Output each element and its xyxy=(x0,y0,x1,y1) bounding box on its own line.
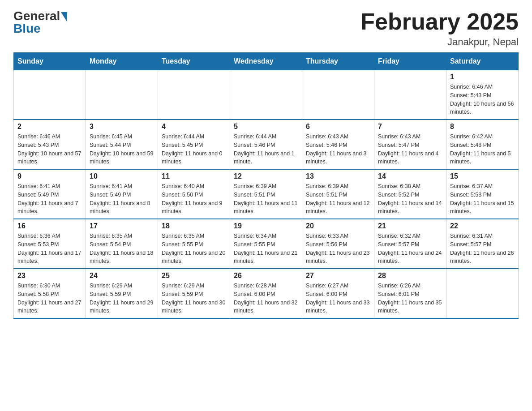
day-cell xyxy=(446,269,519,318)
day-cell xyxy=(374,70,446,120)
day-cell: 17Sunrise: 6:35 AM Sunset: 5:54 PM Dayli… xyxy=(86,219,158,269)
day-info: Sunrise: 6:45 AM Sunset: 5:44 PM Dayligh… xyxy=(90,133,154,166)
day-number: 1 xyxy=(450,73,515,81)
day-info: Sunrise: 6:42 AM Sunset: 5:48 PM Dayligh… xyxy=(450,133,515,166)
day-cell: 3Sunrise: 6:45 AM Sunset: 5:44 PM Daylig… xyxy=(86,120,158,169)
day-cell xyxy=(302,70,374,120)
day-cell: 21Sunrise: 6:32 AM Sunset: 5:57 PM Dayli… xyxy=(374,219,446,269)
day-info: Sunrise: 6:32 AM Sunset: 5:57 PM Dayligh… xyxy=(378,232,442,265)
day-info: Sunrise: 6:41 AM Sunset: 5:49 PM Dayligh… xyxy=(90,182,154,216)
day-info: Sunrise: 6:39 AM Sunset: 5:51 PM Dayligh… xyxy=(306,182,370,216)
day-cell: 19Sunrise: 6:34 AM Sunset: 5:55 PM Dayli… xyxy=(230,219,302,269)
logo-triangle-icon xyxy=(61,12,67,22)
day-number: 11 xyxy=(162,172,226,180)
month-title: February 2025 xyxy=(360,9,519,34)
day-cell: 20Sunrise: 6:33 AM Sunset: 5:56 PM Dayli… xyxy=(302,219,374,269)
week-row-3: 9Sunrise: 6:41 AM Sunset: 5:49 PM Daylig… xyxy=(14,169,519,219)
day-info: Sunrise: 6:39 AM Sunset: 5:51 PM Dayligh… xyxy=(234,182,298,216)
day-info: Sunrise: 6:46 AM Sunset: 5:43 PM Dayligh… xyxy=(17,133,82,166)
day-info: Sunrise: 6:37 AM Sunset: 5:53 PM Dayligh… xyxy=(450,182,515,216)
day-number: 13 xyxy=(306,172,370,180)
day-number: 24 xyxy=(90,272,154,280)
day-cell: 2Sunrise: 6:46 AM Sunset: 5:43 PM Daylig… xyxy=(14,120,86,169)
calendar-header: SundayMondayTuesdayWednesdayThursdayFrid… xyxy=(14,53,519,70)
day-info: Sunrise: 6:36 AM Sunset: 5:53 PM Dayligh… xyxy=(17,232,82,265)
day-cell: 27Sunrise: 6:27 AM Sunset: 6:00 PM Dayli… xyxy=(302,269,374,318)
day-header-monday: Monday xyxy=(86,53,158,70)
day-cell: 4Sunrise: 6:44 AM Sunset: 5:45 PM Daylig… xyxy=(158,120,230,169)
location-text: Janakpur, Nepal xyxy=(360,36,519,48)
day-cell: 7Sunrise: 6:43 AM Sunset: 5:47 PM Daylig… xyxy=(374,120,446,169)
calendar-table: SundayMondayTuesdayWednesdayThursdayFrid… xyxy=(13,52,519,319)
day-cell: 1Sunrise: 6:46 AM Sunset: 5:43 PM Daylig… xyxy=(446,70,519,120)
day-cell: 11Sunrise: 6:40 AM Sunset: 5:50 PM Dayli… xyxy=(158,169,230,219)
day-cell xyxy=(230,70,302,120)
day-number: 7 xyxy=(378,123,442,131)
day-header-row: SundayMondayTuesdayWednesdayThursdayFrid… xyxy=(14,53,519,70)
day-cell xyxy=(86,70,158,120)
day-header-tuesday: Tuesday xyxy=(158,53,230,70)
day-number: 15 xyxy=(450,172,515,180)
day-info: Sunrise: 6:33 AM Sunset: 5:56 PM Dayligh… xyxy=(306,232,370,265)
day-info: Sunrise: 6:28 AM Sunset: 6:00 PM Dayligh… xyxy=(234,282,298,315)
day-info: Sunrise: 6:44 AM Sunset: 5:45 PM Dayligh… xyxy=(162,133,226,166)
day-number: 21 xyxy=(378,222,442,230)
logo: General Blue xyxy=(13,9,67,36)
day-number: 14 xyxy=(378,172,442,180)
day-info: Sunrise: 6:31 AM Sunset: 5:57 PM Dayligh… xyxy=(450,232,515,265)
day-header-friday: Friday xyxy=(374,53,446,70)
day-number: 2 xyxy=(17,123,82,131)
week-row-5: 23Sunrise: 6:30 AM Sunset: 5:58 PM Dayli… xyxy=(14,269,519,318)
day-number: 27 xyxy=(306,272,370,280)
day-cell: 13Sunrise: 6:39 AM Sunset: 5:51 PM Dayli… xyxy=(302,169,374,219)
calendar-body: 1Sunrise: 6:46 AM Sunset: 5:43 PM Daylig… xyxy=(14,70,519,319)
day-cell: 5Sunrise: 6:44 AM Sunset: 5:46 PM Daylig… xyxy=(230,120,302,169)
day-cell: 15Sunrise: 6:37 AM Sunset: 5:53 PM Dayli… xyxy=(446,169,519,219)
day-info: Sunrise: 6:43 AM Sunset: 5:47 PM Dayligh… xyxy=(378,133,442,166)
day-number: 28 xyxy=(378,272,442,280)
day-cell: 26Sunrise: 6:28 AM Sunset: 6:00 PM Dayli… xyxy=(230,269,302,318)
day-info: Sunrise: 6:35 AM Sunset: 5:54 PM Dayligh… xyxy=(90,232,154,265)
logo-blue-text: Blue xyxy=(13,21,41,36)
day-number: 12 xyxy=(234,172,298,180)
week-row-2: 2Sunrise: 6:46 AM Sunset: 5:43 PM Daylig… xyxy=(14,120,519,169)
day-number: 6 xyxy=(306,123,370,131)
day-cell: 23Sunrise: 6:30 AM Sunset: 5:58 PM Dayli… xyxy=(14,269,86,318)
day-info: Sunrise: 6:29 AM Sunset: 5:59 PM Dayligh… xyxy=(90,282,154,315)
day-info: Sunrise: 6:26 AM Sunset: 6:01 PM Dayligh… xyxy=(378,282,442,315)
day-number: 5 xyxy=(234,123,298,131)
day-info: Sunrise: 6:40 AM Sunset: 5:50 PM Dayligh… xyxy=(162,182,226,216)
day-header-saturday: Saturday xyxy=(446,53,519,70)
day-info: Sunrise: 6:44 AM Sunset: 5:46 PM Dayligh… xyxy=(234,133,298,166)
day-number: 25 xyxy=(162,272,226,280)
day-cell xyxy=(14,70,86,120)
day-info: Sunrise: 6:43 AM Sunset: 5:46 PM Dayligh… xyxy=(306,133,370,166)
day-number: 26 xyxy=(234,272,298,280)
day-info: Sunrise: 6:34 AM Sunset: 5:55 PM Dayligh… xyxy=(234,232,298,265)
day-cell: 22Sunrise: 6:31 AM Sunset: 5:57 PM Dayli… xyxy=(446,219,519,269)
day-number: 10 xyxy=(90,172,154,180)
day-header-thursday: Thursday xyxy=(302,53,374,70)
week-row-1: 1Sunrise: 6:46 AM Sunset: 5:43 PM Daylig… xyxy=(14,70,519,120)
day-cell: 25Sunrise: 6:29 AM Sunset: 5:59 PM Dayli… xyxy=(158,269,230,318)
day-cell: 16Sunrise: 6:36 AM Sunset: 5:53 PM Dayli… xyxy=(14,219,86,269)
day-number: 22 xyxy=(450,222,515,230)
day-info: Sunrise: 6:29 AM Sunset: 5:59 PM Dayligh… xyxy=(162,282,226,315)
day-info: Sunrise: 6:38 AM Sunset: 5:52 PM Dayligh… xyxy=(378,182,442,216)
day-header-sunday: Sunday xyxy=(14,53,86,70)
week-row-4: 16Sunrise: 6:36 AM Sunset: 5:53 PM Dayli… xyxy=(14,219,519,269)
day-info: Sunrise: 6:46 AM Sunset: 5:43 PM Dayligh… xyxy=(450,83,515,116)
title-section: February 2025 Janakpur, Nepal xyxy=(360,9,519,48)
day-info: Sunrise: 6:27 AM Sunset: 6:00 PM Dayligh… xyxy=(306,282,370,315)
day-cell: 14Sunrise: 6:38 AM Sunset: 5:52 PM Dayli… xyxy=(374,169,446,219)
day-cell: 24Sunrise: 6:29 AM Sunset: 5:59 PM Dayli… xyxy=(86,269,158,318)
day-info: Sunrise: 6:35 AM Sunset: 5:55 PM Dayligh… xyxy=(162,232,226,265)
day-number: 18 xyxy=(162,222,226,230)
day-info: Sunrise: 6:30 AM Sunset: 5:58 PM Dayligh… xyxy=(17,282,82,315)
day-info: Sunrise: 6:41 AM Sunset: 5:49 PM Dayligh… xyxy=(17,182,82,216)
day-header-wednesday: Wednesday xyxy=(230,53,302,70)
day-cell: 28Sunrise: 6:26 AM Sunset: 6:01 PM Dayli… xyxy=(374,269,446,318)
day-cell: 10Sunrise: 6:41 AM Sunset: 5:49 PM Dayli… xyxy=(86,169,158,219)
day-number: 8 xyxy=(450,123,515,131)
day-number: 17 xyxy=(90,222,154,230)
